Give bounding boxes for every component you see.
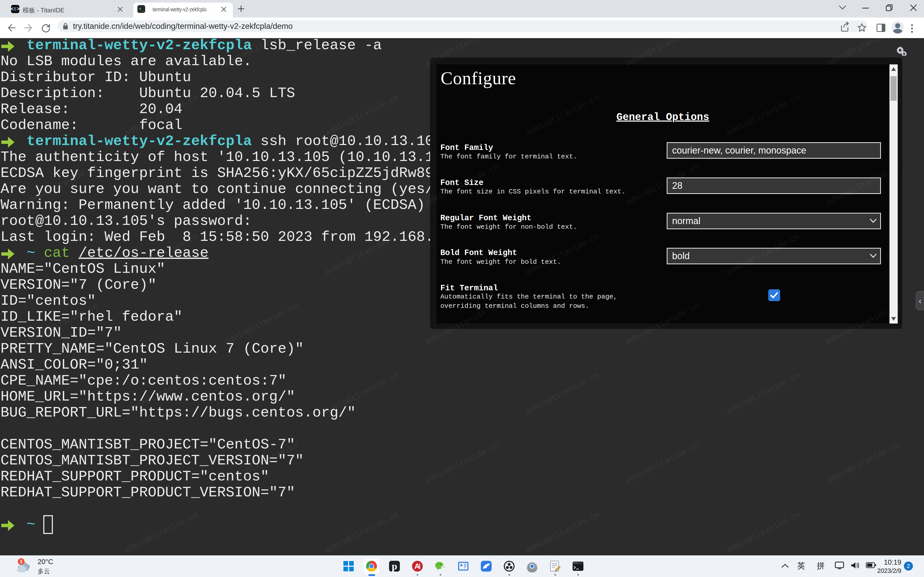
svg-text:p: p [392, 561, 397, 572]
svg-text:C:\_: C:\_ [573, 562, 578, 564]
svg-text:A: A [414, 562, 420, 570]
svg-text:1: 1 [20, 559, 23, 564]
